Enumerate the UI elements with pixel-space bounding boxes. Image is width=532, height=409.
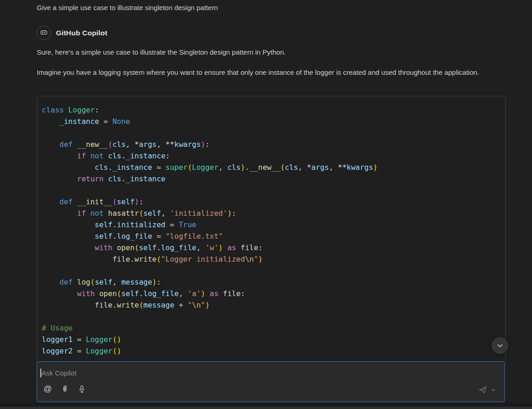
code-line: return cls._instance [42, 173, 505, 185]
code-line: def log(self, message): [42, 276, 505, 288]
code-line: logger2 = Logger() [42, 345, 505, 357]
at-mention-button[interactable]: @ [43, 384, 53, 394]
user-message: Give a simple use case to illustrate sin… [37, 3, 218, 12]
code-line: with open(self.log_file, 'w') as file: [42, 242, 505, 253]
scroll-to-bottom-button[interactable] [492, 337, 508, 354]
assistant-body: Imagine you have a logging system where … [37, 67, 495, 78]
assistant-header: GitHub Copilot [37, 26, 107, 40]
assistant-intro: Sure, here's a simple use case to illust… [37, 46, 286, 58]
chevron-down-icon [491, 387, 496, 392]
send-button[interactable] [478, 385, 488, 395]
chat-input-placeholder: Ask Copilot [42, 369, 77, 377]
code-line: logger1 = Logger() [42, 334, 505, 345]
code-line [42, 265, 505, 276]
code-line: cls._instance = super(Logger, cls).__new… [42, 162, 505, 173]
attach-button[interactable] [60, 384, 70, 394]
chat-input[interactable]: Ask Copilot @ [37, 361, 505, 402]
code-line [42, 311, 505, 322]
send-options-button[interactable] [490, 385, 496, 395]
copilot-avatar [37, 26, 51, 40]
attach-icon [61, 385, 69, 393]
code-block: class Logger: _instance = None def __new… [37, 96, 506, 361]
code-line: _instance = None [42, 116, 505, 127]
send-icon [478, 385, 488, 395]
code-line: if not cls._instance: [42, 150, 505, 162]
code-line: self.initialized = True [42, 219, 505, 230]
code-line: def __init__(self): [42, 196, 505, 207]
mic-button[interactable] [77, 384, 87, 394]
chevron-down-icon [496, 342, 504, 349]
assistant-name: GitHub Copilot [56, 29, 107, 37]
copilot-chat-panel: { "panel": { "user_message": "Give a sim… [0, 0, 532, 409]
mic-icon [78, 385, 86, 393]
code-line [42, 127, 505, 139]
code-line: if not hasattr(self, 'initialized'): [42, 207, 505, 219]
at-icon: @ [44, 384, 52, 394]
code-line: file.write("Logger initialized\n") [42, 253, 505, 265]
code-line [42, 185, 505, 196]
code-content: class Logger: _instance = None def __new… [42, 104, 505, 357]
code-line: self.log_file = "logfile.txt" [42, 230, 505, 242]
footer-strip [0, 403, 532, 407]
code-line: # Usage [42, 322, 505, 334]
code-line: file.write(message + "\n") [42, 299, 505, 311]
copilot-logo-icon [39, 28, 48, 37]
bottom-divider [0, 407, 532, 409]
code-line: with open(self.log_file, 'a') as file: [42, 288, 505, 299]
text-cursor [40, 369, 41, 377]
code-line: class Logger: [42, 104, 505, 116]
code-line: def __new__(cls, *args, **kwargs): [42, 139, 505, 150]
